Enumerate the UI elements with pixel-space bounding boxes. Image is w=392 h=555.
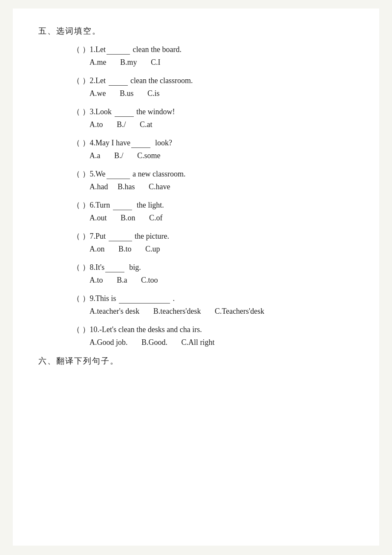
page-content: 五、选词填空。 （ ）1.Let clean the board. A.me B… <box>13 9 379 546</box>
q2-options: A.we B.us C.is <box>72 89 358 98</box>
q2-prefix: （ ）2.Let clean the classroom. <box>72 76 193 85</box>
q7-opt-a: A.on <box>89 245 105 253</box>
q9-blank[interactable] <box>119 303 170 304</box>
q4-blank[interactable] <box>131 147 150 148</box>
q2-line: （ ）2.Let clean the classroom. <box>72 75 358 86</box>
q6-opt-b: B.on <box>121 214 135 222</box>
q8-options: A.to B.a C.too <box>72 276 358 285</box>
question-10: （ ）10.-Let's clean the desks and cha irs… <box>72 324 358 347</box>
q1-opt-c: C.I <box>151 58 161 66</box>
section6-title: 六、翻译下列句子。 <box>38 356 358 367</box>
q6-line: （ ）6.Turn the light. <box>72 200 358 210</box>
q2-opt-c: C.is <box>147 89 160 98</box>
q4-prefix: （ ）4.May I have look? <box>72 139 172 147</box>
q9-opt-c: C.Teachers'desk <box>215 307 264 315</box>
question-3: （ ）3.Look the window! A.to B./ C.at <box>72 107 358 129</box>
question-4: （ ）4.May I have look? A.a B./ C.some <box>72 138 358 160</box>
question-2: （ ）2.Let clean the classroom. A.we B.us … <box>72 75 358 98</box>
q6-blank[interactable] <box>113 210 132 210</box>
q5-opt-b: B.has <box>118 182 135 191</box>
q10-line: （ ）10.-Let's clean the desks and cha irs… <box>72 324 358 335</box>
q4-line: （ ）4.May I have look? <box>72 138 358 148</box>
q10-opt-c: C.All right <box>182 338 215 347</box>
q6-prefix: （ ）6.Turn the light. <box>72 201 164 209</box>
q9-prefix: （ ）9.This is . <box>72 294 175 303</box>
q6-opt-c: C.of <box>149 214 163 222</box>
q2-opt-a: A.we <box>89 89 106 98</box>
q1-line: （ ）1.Let clean the board. <box>72 44 358 55</box>
question-1: （ ）1.Let clean the board. A.me B.my C.I <box>72 44 358 67</box>
q10-options: A.Good job. B.Good. C.All right <box>72 338 358 347</box>
q7-opt-b: B.to <box>118 245 132 253</box>
q9-opt-a: A.teacher's desk <box>89 307 139 315</box>
q3-opt-c: C.at <box>140 120 153 129</box>
q5-options: A.had B.has C.have <box>72 182 358 191</box>
question-7: （ ）7.Put the picture. A.on B.to C.up <box>72 231 358 254</box>
question-8: （ ）8.It's big. A.to B.a C.too <box>72 262 358 285</box>
q3-opt-a: A.to <box>89 120 103 129</box>
q1-opt-a: A.me <box>89 58 107 66</box>
q10-prefix: （ ）10.-Let's clean the desks and cha irs… <box>72 325 202 334</box>
q1-options: A.me B.my C.I <box>72 58 358 67</box>
q4-opt-c: C.some <box>137 151 161 160</box>
q5-opt-a: A.had <box>89 182 108 191</box>
questions-list: （ ）1.Let clean the board. A.me B.my C.I … <box>38 44 358 347</box>
question-9: （ ）9.This is . A.teacher's desk B.teache… <box>72 293 358 316</box>
q7-line: （ ）7.Put the picture. <box>72 231 358 241</box>
q1-opt-b: B.my <box>120 58 137 66</box>
q5-blank[interactable] <box>107 179 130 179</box>
q3-line: （ ）3.Look the window! <box>72 107 358 117</box>
q9-opt-b: B.teachers'desk <box>153 307 201 315</box>
q3-options: A.to B./ C.at <box>72 120 358 129</box>
question-5: （ ）5.We a new classroom. A.had B.has C.h… <box>72 169 358 191</box>
q8-opt-c: C.too <box>141 276 158 284</box>
q2-blank[interactable] <box>109 85 128 86</box>
q6-opt-a: A.out <box>89 214 107 222</box>
q7-opt-c: C.up <box>145 245 160 253</box>
q1-blank[interactable] <box>107 54 130 55</box>
q6-options: A.out B.on C.of <box>72 214 358 223</box>
q5-opt-c: C.have <box>149 182 170 191</box>
q8-line: （ ）8.It's big. <box>72 262 358 272</box>
q8-blank[interactable] <box>105 272 124 272</box>
q9-options: A.teacher's desk B.teachers'desk C.Teach… <box>72 307 358 316</box>
q7-blank[interactable] <box>109 241 132 241</box>
q5-prefix: （ ）5.We a new classroom. <box>72 170 186 178</box>
question-6: （ ）6.Turn the light. A.out B.on C.of <box>72 200 358 223</box>
q7-prefix: （ ）7.Put the picture. <box>72 232 169 240</box>
q3-blank[interactable] <box>115 116 134 117</box>
q5-line: （ ）5.We a new classroom. <box>72 169 358 179</box>
q3-opt-b: B./ <box>117 120 126 129</box>
q7-options: A.on B.to C.up <box>72 245 358 254</box>
q8-opt-b: B.a <box>117 276 127 284</box>
q3-prefix: （ ）3.Look the window! <box>72 107 175 116</box>
section5-title: 五、选词填空。 <box>38 26 358 37</box>
q9-line: （ ）9.This is . <box>72 293 358 304</box>
q10-opt-a: A.Good job. <box>89 338 128 347</box>
q10-opt-b: B.Good. <box>141 338 167 347</box>
q4-options: A.a B./ C.some <box>72 151 358 160</box>
q8-opt-a: A.to <box>89 276 103 284</box>
q4-opt-b: B./ <box>114 151 124 160</box>
q1-prefix: （ ）1.Let clean the board. <box>72 45 182 54</box>
q2-opt-b: B.us <box>120 89 134 98</box>
q8-prefix: （ ）8.It's big. <box>72 263 141 272</box>
q4-opt-a: A.a <box>89 151 101 160</box>
